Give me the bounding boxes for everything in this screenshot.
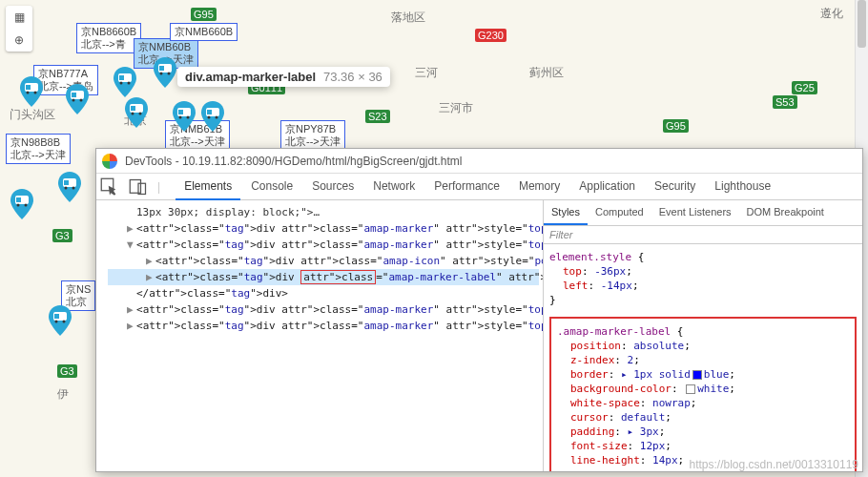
zoom-icon[interactable]: ⊕ xyxy=(6,29,32,52)
place-name: 落地区 xyxy=(391,10,425,26)
svg-point-19 xyxy=(139,113,142,115)
dom-node[interactable]: ▶<attr">class="tag">div attr">class="ama… xyxy=(108,318,539,334)
route-badge: G25 xyxy=(792,81,817,94)
route-badge: G230 xyxy=(475,29,506,42)
dom-node[interactable]: ▶<attr">class="tag">div attr">class="ama… xyxy=(108,253,539,269)
svg-rect-25 xyxy=(207,110,212,114)
svg-rect-29 xyxy=(16,197,21,202)
tab-lighthouse[interactable]: Lighthouse xyxy=(706,174,779,200)
elements-tree[interactable]: 13px 30px; display: block;">…▶<attr">cla… xyxy=(96,200,543,471)
dom-node[interactable]: </attr">class="tag">div> xyxy=(108,285,539,301)
inspect-element-icon[interactable] xyxy=(100,177,119,197)
truck-pin-icon[interactable] xyxy=(57,172,82,202)
truck-pin-icon[interactable] xyxy=(65,84,90,114)
route-badge: S53 xyxy=(773,95,797,109)
side-tabs: StylesComputedEvent ListenersDOM Breakpo… xyxy=(544,200,862,226)
tab-elements[interactable]: Elements xyxy=(176,174,240,200)
svg-rect-41 xyxy=(130,179,140,193)
place-name: 伊 xyxy=(57,386,69,403)
svg-point-15 xyxy=(168,73,171,75)
side-tab-dom-breakpoint[interactable]: DOM Breakpoint xyxy=(739,200,832,225)
route-badge: S23 xyxy=(365,110,390,123)
svg-point-6 xyxy=(72,99,75,102)
dom-node[interactable]: ▶<attr">class="tag">div attr">class="ama… xyxy=(108,269,539,285)
svg-point-35 xyxy=(72,187,75,190)
svg-point-11 xyxy=(128,82,131,85)
truck-pin-icon[interactable] xyxy=(124,97,149,128)
svg-rect-13 xyxy=(159,66,164,71)
svg-point-2 xyxy=(27,92,30,94)
truck-pin-icon[interactable] xyxy=(172,101,196,132)
styles-panel[interactable]: element.style {top: -36px;left: -14px;} … xyxy=(544,244,862,471)
svg-point-26 xyxy=(208,116,211,119)
layer-icon[interactable]: ▦ xyxy=(6,6,32,29)
svg-point-30 xyxy=(17,204,20,207)
truck-pin-icon[interactable] xyxy=(48,305,72,336)
devtools-main-tabs: ElementsConsoleSourcesNetworkPerformance… xyxy=(176,174,779,200)
dom-node[interactable]: ▼<attr">class="tag">div attr">class="ama… xyxy=(108,237,539,253)
route-badge: G95 xyxy=(191,8,217,21)
marker-label[interactable]: 京NB8660B北京-->青 xyxy=(76,23,141,53)
marker-label[interactable]: 京N98B8B北京-->天津 xyxy=(6,134,71,164)
svg-point-38 xyxy=(55,321,58,323)
marker-label[interactable]: 京NMB660B xyxy=(170,23,238,41)
devtools-window: DevTools - 10.19.11.82:8090/HGDemo/html/… xyxy=(95,148,863,472)
truck-pin-icon[interactable] xyxy=(113,67,137,97)
svg-point-7 xyxy=(80,99,83,102)
svg-point-18 xyxy=(132,113,134,115)
dom-node[interactable]: ▶<attr">class="tag">div attr">class="ama… xyxy=(108,220,539,237)
svg-point-10 xyxy=(120,82,123,85)
side-tab-computed[interactable]: Computed xyxy=(588,200,651,225)
tab-sources[interactable]: Sources xyxy=(303,174,362,200)
tab-network[interactable]: Network xyxy=(364,174,424,200)
svg-point-27 xyxy=(216,116,218,119)
svg-rect-21 xyxy=(178,110,183,114)
route-badge: G95 xyxy=(663,119,689,133)
truck-pin-icon[interactable] xyxy=(19,76,44,107)
svg-rect-17 xyxy=(131,106,135,111)
svg-rect-33 xyxy=(64,180,69,185)
place-name: 蓟州区 xyxy=(529,65,564,81)
element-inspect-tooltip: div.amap-marker-label73.36 × 36 xyxy=(177,67,390,87)
svg-rect-9 xyxy=(119,75,124,80)
route-badge: G3 xyxy=(52,229,72,242)
svg-rect-37 xyxy=(54,314,59,319)
chrome-icon xyxy=(102,154,117,169)
dom-node[interactable]: 13px 30px; display: block;">… xyxy=(108,204,539,220)
svg-point-22 xyxy=(179,116,182,119)
svg-point-39 xyxy=(63,321,66,323)
map-layer-control[interactable]: ▦ ⊕ xyxy=(6,6,32,52)
side-tab-styles[interactable]: Styles xyxy=(544,200,588,225)
svg-rect-5 xyxy=(72,93,76,97)
devtools-title: DevTools - 10.19.11.82:8090/HGDemo/html/… xyxy=(125,155,463,168)
svg-point-14 xyxy=(160,73,163,75)
dom-node[interactable]: ▶<attr">class="tag">div attr">class="ama… xyxy=(108,301,539,318)
filter-input[interactable]: Filter xyxy=(544,226,862,244)
tab-performance[interactable]: Performance xyxy=(425,174,508,200)
place-name: 门头沟区 xyxy=(10,107,55,123)
devtools-titlebar[interactable]: DevTools - 10.19.11.82:8090/HGDemo/html/… xyxy=(96,149,862,174)
styles-sidebar: StylesComputedEvent ListenersDOM Breakpo… xyxy=(543,200,862,471)
place-name: 遵化 xyxy=(820,6,843,22)
truck-pin-icon[interactable] xyxy=(10,189,34,219)
place-name: 三河 xyxy=(415,65,438,81)
route-badge: G3 xyxy=(57,364,77,378)
tab-security[interactable]: Security xyxy=(646,174,704,200)
tab-console[interactable]: Console xyxy=(242,174,301,200)
svg-point-23 xyxy=(187,116,190,119)
tab-application[interactable]: Application xyxy=(570,174,644,200)
devtools-toolbar: | ElementsConsoleSourcesNetworkPerforman… xyxy=(96,174,862,200)
side-tab-event-listeners[interactable]: Event Listeners xyxy=(651,200,739,225)
marker-label[interactable]: 京NPY87B北京-->天津 xyxy=(280,120,345,151)
svg-point-31 xyxy=(25,204,28,207)
svg-rect-1 xyxy=(26,85,31,90)
device-toggle-icon[interactable] xyxy=(129,177,148,197)
scroll-thumb[interactable] xyxy=(858,0,866,48)
svg-point-3 xyxy=(34,92,37,94)
truck-pin-icon[interactable] xyxy=(153,57,177,88)
tab-memory[interactable]: Memory xyxy=(510,174,568,200)
svg-point-34 xyxy=(65,187,68,190)
truck-pin-icon[interactable] xyxy=(200,101,225,132)
watermark: https://blog.csdn.net/0013310119 xyxy=(690,458,858,471)
place-name: 三河市 xyxy=(439,100,473,116)
